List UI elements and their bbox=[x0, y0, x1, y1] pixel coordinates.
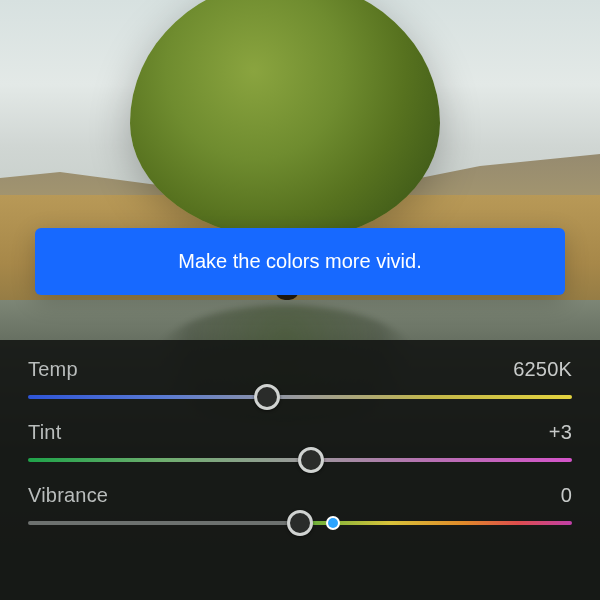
temp-row: Temp 6250K bbox=[28, 358, 572, 399]
tint-header: Tint +3 bbox=[28, 421, 572, 444]
vibrance-track-right bbox=[300, 521, 572, 525]
instruction-text: Make the colors more vivid. bbox=[178, 250, 421, 272]
vibrance-label: Vibrance bbox=[28, 484, 108, 507]
vibrance-row: Vibrance 0 bbox=[28, 484, 572, 525]
vibrance-thumb[interactable] bbox=[287, 510, 313, 536]
tint-thumb[interactable] bbox=[298, 447, 324, 473]
tint-row: Tint +3 bbox=[28, 421, 572, 462]
vibrance-track-left bbox=[28, 521, 300, 525]
instruction-banner: Make the colors more vivid. bbox=[35, 228, 565, 295]
color-panel: Temp 6250K Tint +3 Vibrance 0 bbox=[0, 340, 600, 600]
vibrance-track[interactable] bbox=[28, 521, 572, 525]
temp-track[interactable] bbox=[28, 395, 572, 399]
vibrance-header: Vibrance 0 bbox=[28, 484, 572, 507]
photo-tree-canopy bbox=[130, 0, 440, 240]
temp-thumb[interactable] bbox=[254, 384, 280, 410]
temp-value: 6250K bbox=[513, 358, 572, 381]
tint-value: +3 bbox=[549, 421, 572, 444]
temp-header: Temp 6250K bbox=[28, 358, 572, 381]
tint-track[interactable] bbox=[28, 458, 572, 462]
editor-screen: Make the colors more vivid. Temp 6250K T… bbox=[0, 0, 600, 600]
vibrance-hint-dot bbox=[328, 518, 338, 528]
vibrance-value: 0 bbox=[561, 484, 572, 507]
tint-label: Tint bbox=[28, 421, 61, 444]
temp-label: Temp bbox=[28, 358, 78, 381]
